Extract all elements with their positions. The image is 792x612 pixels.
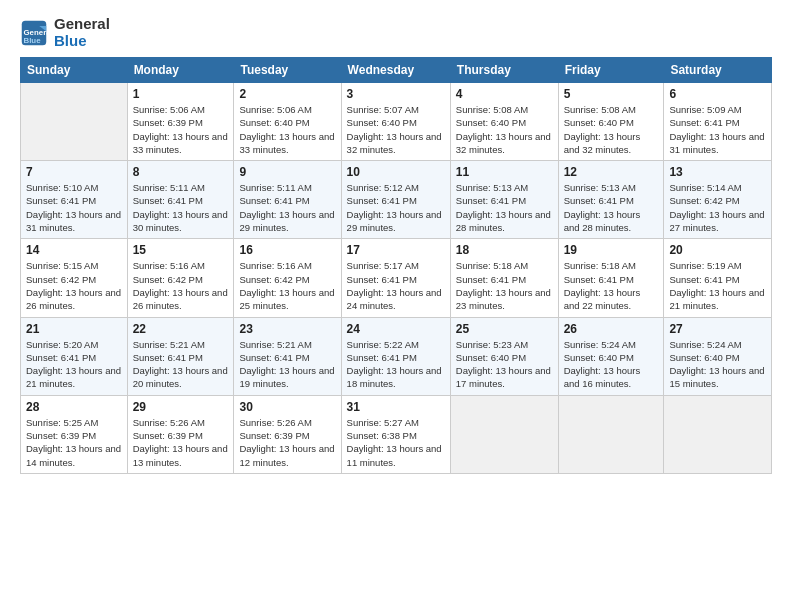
cell-text: Sunrise: 5:21 AMSunset: 6:41 PMDaylight:… bbox=[133, 338, 229, 391]
cell-text: Sunrise: 5:20 AMSunset: 6:41 PMDaylight:… bbox=[26, 338, 122, 391]
logo-icon: General Blue bbox=[20, 19, 48, 47]
cell-text: Sunrise: 5:21 AMSunset: 6:41 PMDaylight:… bbox=[239, 338, 335, 391]
day-number: 17 bbox=[347, 243, 445, 257]
calendar-cell: 10Sunrise: 5:12 AMSunset: 6:41 PMDayligh… bbox=[341, 161, 450, 239]
calendar-cell: 25Sunrise: 5:23 AMSunset: 6:40 PMDayligh… bbox=[450, 317, 558, 395]
cell-text: Sunrise: 5:08 AMSunset: 6:40 PMDaylight:… bbox=[564, 103, 659, 156]
day-number: 26 bbox=[564, 322, 659, 336]
cell-text: Sunrise: 5:24 AMSunset: 6:40 PMDaylight:… bbox=[564, 338, 659, 391]
day-number: 7 bbox=[26, 165, 122, 179]
calendar-cell: 18Sunrise: 5:18 AMSunset: 6:41 PMDayligh… bbox=[450, 239, 558, 317]
calendar-cell: 31Sunrise: 5:27 AMSunset: 6:38 PMDayligh… bbox=[341, 395, 450, 473]
day-number: 11 bbox=[456, 165, 553, 179]
calendar-cell: 5Sunrise: 5:08 AMSunset: 6:40 PMDaylight… bbox=[558, 83, 664, 161]
day-number: 4 bbox=[456, 87, 553, 101]
day-number: 2 bbox=[239, 87, 335, 101]
day-number: 23 bbox=[239, 322, 335, 336]
calendar-week-4: 28Sunrise: 5:25 AMSunset: 6:39 PMDayligh… bbox=[21, 395, 772, 473]
calendar-cell: 11Sunrise: 5:13 AMSunset: 6:41 PMDayligh… bbox=[450, 161, 558, 239]
day-number: 9 bbox=[239, 165, 335, 179]
cell-text: Sunrise: 5:06 AMSunset: 6:39 PMDaylight:… bbox=[133, 103, 229, 156]
cell-text: Sunrise: 5:23 AMSunset: 6:40 PMDaylight:… bbox=[456, 338, 553, 391]
cell-text: Sunrise: 5:27 AMSunset: 6:38 PMDaylight:… bbox=[347, 416, 445, 469]
calendar-cell: 9Sunrise: 5:11 AMSunset: 6:41 PMDaylight… bbox=[234, 161, 341, 239]
calendar-week-3: 21Sunrise: 5:20 AMSunset: 6:41 PMDayligh… bbox=[21, 317, 772, 395]
day-number: 31 bbox=[347, 400, 445, 414]
day-number: 3 bbox=[347, 87, 445, 101]
day-number: 14 bbox=[26, 243, 122, 257]
cell-text: Sunrise: 5:16 AMSunset: 6:42 PMDaylight:… bbox=[133, 259, 229, 312]
calendar-cell bbox=[450, 395, 558, 473]
calendar-cell: 23Sunrise: 5:21 AMSunset: 6:41 PMDayligh… bbox=[234, 317, 341, 395]
calendar-cell: 15Sunrise: 5:16 AMSunset: 6:42 PMDayligh… bbox=[127, 239, 234, 317]
weekday-row: SundayMondayTuesdayWednesdayThursdayFrid… bbox=[21, 58, 772, 83]
weekday-header-monday: Monday bbox=[127, 58, 234, 83]
cell-text: Sunrise: 5:18 AMSunset: 6:41 PMDaylight:… bbox=[456, 259, 553, 312]
day-number: 8 bbox=[133, 165, 229, 179]
calendar-cell bbox=[21, 83, 128, 161]
cell-text: Sunrise: 5:15 AMSunset: 6:42 PMDaylight:… bbox=[26, 259, 122, 312]
calendar-cell: 19Sunrise: 5:18 AMSunset: 6:41 PMDayligh… bbox=[558, 239, 664, 317]
calendar-cell: 2Sunrise: 5:06 AMSunset: 6:40 PMDaylight… bbox=[234, 83, 341, 161]
cell-text: Sunrise: 5:07 AMSunset: 6:40 PMDaylight:… bbox=[347, 103, 445, 156]
calendar-week-0: 1Sunrise: 5:06 AMSunset: 6:39 PMDaylight… bbox=[21, 83, 772, 161]
day-number: 24 bbox=[347, 322, 445, 336]
day-number: 20 bbox=[669, 243, 766, 257]
calendar-cell: 17Sunrise: 5:17 AMSunset: 6:41 PMDayligh… bbox=[341, 239, 450, 317]
cell-text: Sunrise: 5:26 AMSunset: 6:39 PMDaylight:… bbox=[239, 416, 335, 469]
cell-text: Sunrise: 5:09 AMSunset: 6:41 PMDaylight:… bbox=[669, 103, 766, 156]
weekday-header-thursday: Thursday bbox=[450, 58, 558, 83]
day-number: 27 bbox=[669, 322, 766, 336]
calendar-cell: 22Sunrise: 5:21 AMSunset: 6:41 PMDayligh… bbox=[127, 317, 234, 395]
cell-text: Sunrise: 5:16 AMSunset: 6:42 PMDaylight:… bbox=[239, 259, 335, 312]
cell-text: Sunrise: 5:17 AMSunset: 6:41 PMDaylight:… bbox=[347, 259, 445, 312]
svg-text:Blue: Blue bbox=[24, 35, 42, 44]
cell-text: Sunrise: 5:26 AMSunset: 6:39 PMDaylight:… bbox=[133, 416, 229, 469]
calendar-cell: 1Sunrise: 5:06 AMSunset: 6:39 PMDaylight… bbox=[127, 83, 234, 161]
calendar-cell: 24Sunrise: 5:22 AMSunset: 6:41 PMDayligh… bbox=[341, 317, 450, 395]
weekday-header-wednesday: Wednesday bbox=[341, 58, 450, 83]
day-number: 30 bbox=[239, 400, 335, 414]
calendar-cell: 3Sunrise: 5:07 AMSunset: 6:40 PMDaylight… bbox=[341, 83, 450, 161]
calendar-cell: 8Sunrise: 5:11 AMSunset: 6:41 PMDaylight… bbox=[127, 161, 234, 239]
header: General Blue General Blue bbox=[20, 16, 772, 49]
calendar-cell: 6Sunrise: 5:09 AMSunset: 6:41 PMDaylight… bbox=[664, 83, 772, 161]
calendar-cell: 21Sunrise: 5:20 AMSunset: 6:41 PMDayligh… bbox=[21, 317, 128, 395]
day-number: 22 bbox=[133, 322, 229, 336]
calendar-cell: 4Sunrise: 5:08 AMSunset: 6:40 PMDaylight… bbox=[450, 83, 558, 161]
calendar-cell: 14Sunrise: 5:15 AMSunset: 6:42 PMDayligh… bbox=[21, 239, 128, 317]
calendar-cell: 29Sunrise: 5:26 AMSunset: 6:39 PMDayligh… bbox=[127, 395, 234, 473]
cell-text: Sunrise: 5:11 AMSunset: 6:41 PMDaylight:… bbox=[239, 181, 335, 234]
calendar-cell: 30Sunrise: 5:26 AMSunset: 6:39 PMDayligh… bbox=[234, 395, 341, 473]
day-number: 19 bbox=[564, 243, 659, 257]
cell-text: Sunrise: 5:24 AMSunset: 6:40 PMDaylight:… bbox=[669, 338, 766, 391]
day-number: 12 bbox=[564, 165, 659, 179]
calendar-cell bbox=[664, 395, 772, 473]
calendar-cell: 13Sunrise: 5:14 AMSunset: 6:42 PMDayligh… bbox=[664, 161, 772, 239]
cell-text: Sunrise: 5:12 AMSunset: 6:41 PMDaylight:… bbox=[347, 181, 445, 234]
day-number: 16 bbox=[239, 243, 335, 257]
cell-text: Sunrise: 5:14 AMSunset: 6:42 PMDaylight:… bbox=[669, 181, 766, 234]
logo-text: General Blue bbox=[54, 16, 110, 49]
calendar-cell: 26Sunrise: 5:24 AMSunset: 6:40 PMDayligh… bbox=[558, 317, 664, 395]
cell-text: Sunrise: 5:25 AMSunset: 6:39 PMDaylight:… bbox=[26, 416, 122, 469]
weekday-header-saturday: Saturday bbox=[664, 58, 772, 83]
day-number: 25 bbox=[456, 322, 553, 336]
calendar-page: General Blue General Blue SundayMondayTu… bbox=[0, 0, 792, 612]
calendar-cell: 28Sunrise: 5:25 AMSunset: 6:39 PMDayligh… bbox=[21, 395, 128, 473]
cell-text: Sunrise: 5:19 AMSunset: 6:41 PMDaylight:… bbox=[669, 259, 766, 312]
cell-text: Sunrise: 5:08 AMSunset: 6:40 PMDaylight:… bbox=[456, 103, 553, 156]
day-number: 15 bbox=[133, 243, 229, 257]
day-number: 6 bbox=[669, 87, 766, 101]
calendar-table: SundayMondayTuesdayWednesdayThursdayFrid… bbox=[20, 57, 772, 474]
cell-text: Sunrise: 5:13 AMSunset: 6:41 PMDaylight:… bbox=[564, 181, 659, 234]
cell-text: Sunrise: 5:13 AMSunset: 6:41 PMDaylight:… bbox=[456, 181, 553, 234]
weekday-header-friday: Friday bbox=[558, 58, 664, 83]
cell-text: Sunrise: 5:18 AMSunset: 6:41 PMDaylight:… bbox=[564, 259, 659, 312]
calendar-week-2: 14Sunrise: 5:15 AMSunset: 6:42 PMDayligh… bbox=[21, 239, 772, 317]
day-number: 10 bbox=[347, 165, 445, 179]
calendar-cell: 12Sunrise: 5:13 AMSunset: 6:41 PMDayligh… bbox=[558, 161, 664, 239]
cell-text: Sunrise: 5:22 AMSunset: 6:41 PMDaylight:… bbox=[347, 338, 445, 391]
calendar-cell: 16Sunrise: 5:16 AMSunset: 6:42 PMDayligh… bbox=[234, 239, 341, 317]
day-number: 29 bbox=[133, 400, 229, 414]
